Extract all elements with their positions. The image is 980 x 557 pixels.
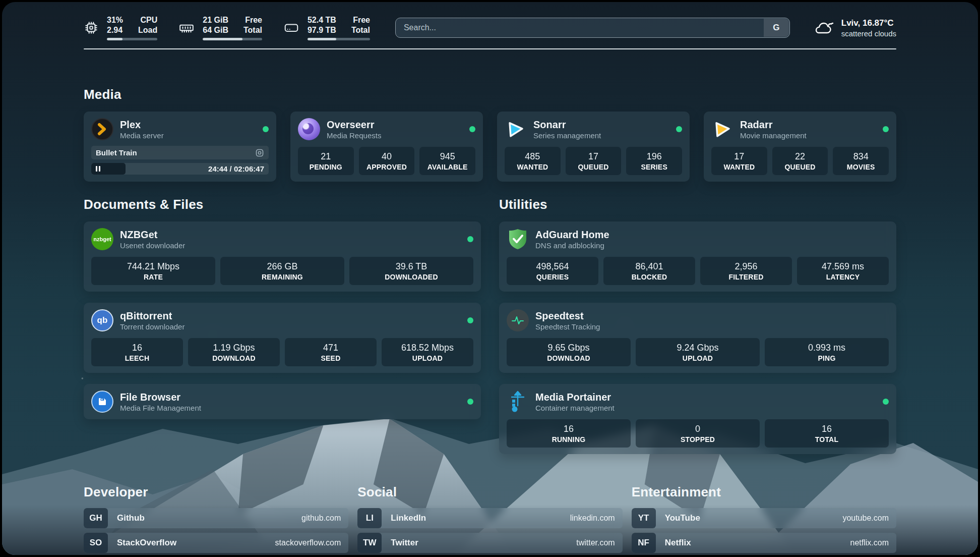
app-card-nzbget[interactable]: nzbget NZBGet Usenet downloader 744.21 M… — [84, 221, 481, 292]
stat-movies: 834 MOVIES — [833, 147, 889, 175]
memory-free-value: 21 GiB — [203, 15, 228, 25]
stat-series: 196 SERIES — [626, 147, 682, 175]
memory-free-label: Free — [243, 15, 262, 25]
dashboard-screen: 31% CPU 2.94 Load — [2, 2, 978, 555]
app-card-sonarr[interactable]: Sonarr Series management 485 WANTED 17 Q… — [497, 112, 690, 182]
app-card-plex[interactable]: Plex Media server Bullet Train — [84, 112, 276, 182]
weather-location-temp: Lviv, 16.87°C — [841, 18, 896, 28]
stat-download: 9.65 Gbps DOWNLOAD — [507, 338, 631, 366]
memory-total-value: 64 GiB — [203, 25, 228, 35]
entertainment-section: Entertainment YT YouTube youtube.com NF … — [632, 484, 896, 555]
app-card-overseerr[interactable]: Overseerr Media Requests 21 PENDING 40 A… — [290, 112, 483, 182]
cpu-load-label: Load — [138, 25, 157, 35]
header-divider — [84, 48, 896, 49]
playback-progress-fill — [91, 163, 126, 175]
memory-metric: 21 GiB Free 64 GiB Total — [178, 15, 262, 40]
stat-queued: 17 QUEUED — [566, 147, 622, 175]
memory-progress-bar — [203, 38, 262, 40]
playback-progress-bar[interactable]: 24:44 / 02:06:47 — [91, 163, 269, 175]
stat-queries: 498,564 QUERIES — [507, 257, 598, 285]
section-title-entertainment: Entertainment — [632, 484, 896, 500]
speedtest-icon — [507, 309, 529, 331]
bookmark-github[interactable]: GH Github github.com — [84, 508, 348, 528]
stat-queued: 22 QUEUED — [772, 147, 828, 175]
status-dot — [883, 399, 889, 405]
now-playing-row[interactable]: Bullet Train — [91, 146, 269, 159]
stat-seed: 471 SEED — [285, 338, 377, 366]
search-input[interactable] — [395, 18, 790, 38]
disk-total-label: Total — [351, 25, 370, 35]
bookmark-twitter[interactable]: TW Twitter twitter.com — [357, 533, 622, 553]
search-bar: G — [395, 18, 790, 38]
memory-icon — [178, 20, 195, 35]
app-title: File Browser — [120, 391, 201, 403]
bookmark-stackoverflow[interactable]: SO StackOverflow stackoverflow.com — [84, 533, 348, 553]
app-title: Media Portainer — [535, 391, 615, 403]
app-subtitle: Media Requests — [327, 131, 381, 140]
stat-remaining: 266 GB REMAINING — [220, 257, 344, 285]
app-card-portainer[interactable]: Media Portainer Container management 16 … — [499, 384, 896, 454]
weather-condition: scattered clouds — [841, 29, 896, 38]
app-title: Speedtest — [535, 310, 600, 322]
app-subtitle: DNS and adblocking — [535, 241, 609, 250]
cpu-label: CPU — [138, 15, 157, 25]
cpu-metric: 31% CPU 2.94 Load — [84, 15, 157, 40]
app-subtitle: Media File Management — [120, 403, 201, 413]
section-title-utilities: Utilities — [499, 197, 896, 212]
app-card-qbittorrent[interactable]: qb qBittorrent Torrent downloader 16 — [84, 303, 481, 373]
stat-total: 16 TOTAL — [765, 419, 889, 448]
app-subtitle: Speedtest Tracking — [535, 322, 600, 331]
cloud-icon — [813, 19, 834, 36]
search-engine-button[interactable]: G — [764, 19, 789, 37]
playback-time: 24:44 / 02:06:47 — [208, 163, 264, 175]
status-dot — [469, 126, 475, 132]
status-dot — [467, 317, 473, 323]
stat-leech: 16 LEECH — [91, 338, 183, 366]
app-card-filebrowser[interactable]: File Browser Media File Management — [84, 384, 481, 419]
app-card-radarr[interactable]: Radarr Movie management 17 WANTED 22 QUE… — [704, 112, 896, 182]
stat-approved: 40 APPROVED — [359, 147, 415, 175]
disk-progress-bar — [308, 38, 370, 40]
status-dot — [263, 126, 269, 132]
bookmark-abbr: YT — [632, 508, 656, 528]
app-card-adguard[interactable]: AdGuard Home DNS and adblocking 498,564 … — [499, 221, 896, 292]
adguard-icon — [507, 228, 529, 250]
app-subtitle: Usenet downloader — [120, 241, 185, 250]
stat-filtered: 2,956 FILTERED — [700, 257, 792, 285]
portainer-icon — [507, 391, 529, 413]
bookmark-linkedin[interactable]: LI LinkedIn linkedin.com — [357, 508, 622, 528]
cpu-usage-value: 31% — [107, 15, 123, 25]
app-subtitle: Media server — [120, 131, 164, 140]
cpu-load-value: 2.94 — [107, 25, 123, 35]
status-dot — [467, 236, 473, 242]
documents-section: Documents & Files nzbget NZBGet Usenet d… — [84, 197, 481, 419]
memory-total-label: Total — [243, 25, 262, 35]
disk-free-label: Free — [351, 15, 370, 25]
cpu-progress-bar — [107, 38, 157, 40]
app-card-speedtest[interactable]: Speedtest Speedtest Tracking 9.65 Gbps D… — [499, 303, 896, 373]
stat-wanted: 17 WANTED — [711, 147, 767, 175]
bookmark-abbr: NF — [632, 533, 656, 553]
bookmark-youtube[interactable]: YT YouTube youtube.com — [632, 508, 896, 528]
app-title: Plex — [120, 119, 164, 131]
bookmark-abbr: LI — [357, 508, 382, 528]
app-title: AdGuard Home — [535, 229, 609, 241]
plex-icon — [91, 118, 113, 140]
nzbget-icon: nzbget — [91, 228, 113, 250]
qbittorrent-icon: qb — [91, 309, 113, 331]
stat-upload: 9.24 Gbps UPLOAD — [636, 338, 760, 366]
disk-free-value: 52.4 TB — [308, 15, 336, 25]
app-title: Overseerr — [327, 119, 381, 131]
disk-total-value: 97.9 TB — [308, 25, 336, 35]
weather-widget[interactable]: Lviv, 16.87°C scattered clouds — [813, 18, 896, 38]
stat-wanted: 485 WANTED — [505, 147, 561, 175]
stat-pending: 21 PENDING — [298, 147, 354, 175]
stat-blocked: 86,401 BLOCKED — [603, 257, 695, 285]
overseerr-icon — [298, 118, 320, 140]
filebrowser-icon — [91, 391, 113, 413]
developer-section: Developer GH Github github.com SO StackO… — [84, 484, 348, 555]
section-title-developer: Developer — [84, 484, 348, 500]
stat-upload: 618.52 Mbps UPLOAD — [382, 338, 473, 366]
status-dot — [676, 126, 682, 132]
bookmark-netflix[interactable]: NF Netflix netflix.com — [632, 533, 896, 553]
